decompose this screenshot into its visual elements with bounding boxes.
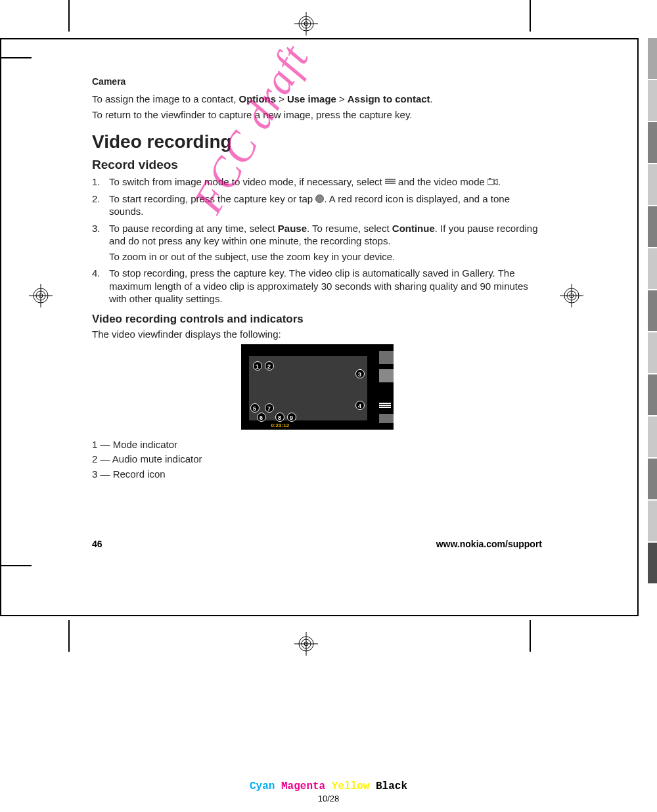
crop-mark [530, 0, 531, 32]
svg-rect-22 [489, 178, 491, 179]
side-tab [648, 248, 657, 289]
sheet-number: 10/28 [0, 794, 657, 803]
step-2: To start recording, press the capture ke… [92, 192, 542, 218]
side-tab [648, 122, 657, 163]
crop-mark [68, 0, 70, 32]
step-3: To pause recording at any time, select P… [92, 222, 542, 263]
side-tab [648, 501, 657, 541]
callout-2: 2 [265, 361, 274, 371]
black-label: Black [376, 780, 407, 792]
side-tab [648, 206, 657, 247]
step-4: To stop recording, press the capture key… [92, 267, 542, 305]
side-tab [648, 543, 657, 583]
side-tab [648, 459, 657, 499]
page-footer: 46 www.nokia.com/support [92, 539, 542, 549]
side-tab [648, 290, 657, 331]
return-paragraph: To return to the viewfinder to capture a… [92, 108, 542, 122]
callout-1: 1 [253, 361, 262, 371]
callout-4: 4 [355, 401, 365, 410]
camcorder-icon [487, 178, 498, 186]
side-tabs [648, 38, 657, 585]
viewfinder-timecode: 0:23:12 [271, 422, 290, 429]
registration-mark-icon [294, 12, 318, 35]
viewfinder-side-button [379, 351, 394, 364]
heading-video-recording: Video recording [92, 130, 542, 154]
step-3-sub: To zoom in or out of the subject, use th… [109, 250, 542, 263]
step-1: To switch from image mode to video mode,… [92, 175, 542, 189]
viewfinder-side-button [379, 414, 394, 423]
side-tab [648, 164, 657, 205]
heading-record-videos: Record videos [92, 157, 542, 173]
steps-list: To switch from image mode to video mode,… [92, 175, 542, 305]
running-header: Camera [92, 76, 542, 87]
crop-mark [68, 620, 70, 652]
viewfinder-intro: The video viewfinder displays the follow… [92, 328, 542, 341]
legend-3: 3 — Record icon [92, 468, 542, 481]
assign-paragraph: To assign the image to a contact, Option… [92, 93, 542, 106]
viewfinder-side-button [379, 369, 394, 382]
legend-list: 1 — Mode indicator 2 — Audio mute indica… [92, 438, 542, 481]
heading-controls: Video recording controls and indicators [92, 312, 542, 327]
yellow-label: Yellow [332, 780, 370, 792]
callout-9: 9 [287, 413, 296, 422]
viewfinder-figure: 1 2 3 4 5 6 7 8 9 0:23:12 [241, 344, 394, 430]
cyan-label: Cyan [250, 780, 275, 792]
side-tab [648, 80, 657, 121]
callout-6: 6 [257, 413, 266, 422]
side-tab [648, 38, 657, 79]
callout-3: 3 [355, 369, 365, 378]
legend-2: 2 — Audio mute indicator [92, 453, 542, 466]
side-tab [648, 417, 657, 457]
footer-url: www.nokia.com/support [436, 539, 542, 549]
svg-rect-20 [487, 179, 494, 185]
viewfinder-menu-icon [379, 402, 391, 410]
page-content: Camera To assign the image to a contact,… [92, 76, 542, 482]
record-button-icon [315, 194, 324, 203]
legend-1: 1 — Mode indicator [92, 438, 542, 451]
magenta-label: Magenta [281, 780, 325, 792]
crop-mark [530, 620, 531, 652]
side-tab [648, 332, 657, 373]
registration-mark-icon [294, 632, 318, 656]
side-tab [648, 374, 657, 415]
svg-marker-21 [494, 179, 497, 185]
page-number: 46 [92, 539, 102, 549]
callout-7: 7 [265, 403, 274, 413]
callout-8: 8 [275, 413, 284, 422]
color-bar: Cyan Magenta Yellow Black [0, 780, 657, 792]
callout-5: 5 [250, 403, 260, 413]
menu-icon [385, 178, 396, 186]
